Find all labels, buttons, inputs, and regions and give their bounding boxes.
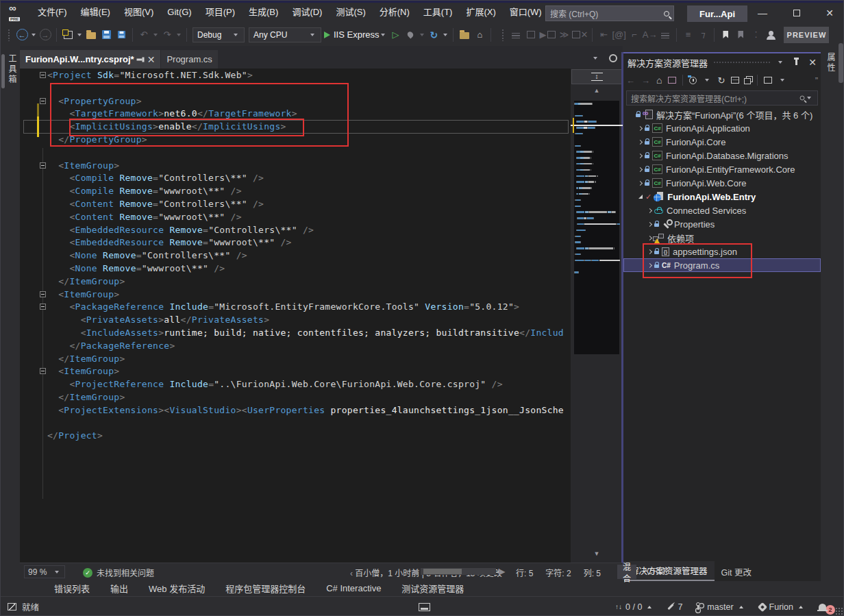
navigate-forward-button[interactable]: → bbox=[38, 27, 52, 43]
horizontal-scrollbar[interactable]: ◀ ▶ bbox=[412, 566, 508, 577]
expander-icon[interactable] bbox=[647, 208, 652, 212]
outline-collapse-icon[interactable] bbox=[40, 368, 46, 374]
code-line[interactable]: <Compile Remove="Controllers\**" /> bbox=[47, 172, 564, 185]
sync-with-active-document-icon[interactable] bbox=[764, 77, 772, 84]
indent-lines-icon[interactable]: ≡ bbox=[681, 27, 695, 43]
se-bottom-tab-1[interactable]: Git 更改 bbox=[715, 563, 758, 581]
menu-item-1[interactable]: 编辑(E) bbox=[74, 3, 117, 23]
panel-tab-0[interactable]: 错误列表 bbox=[54, 582, 90, 595]
panel-tab-1[interactable]: 输出 bbox=[110, 582, 128, 595]
toolbox-vertical-tab[interactable]: 工具箱 bbox=[6, 54, 18, 85]
save-button[interactable] bbox=[99, 27, 113, 43]
open-file-button[interactable] bbox=[84, 27, 98, 43]
tab-furionapi-web-entry-csproj[interactable]: FurionApi.W...ntry.csproj* ✕ bbox=[20, 50, 160, 69]
scroll-left-icon[interactable]: ◀ bbox=[412, 567, 418, 576]
pending-changes-filter-icon[interactable] bbox=[689, 77, 697, 84]
code-line[interactable]: <Content Remove="Controllers\**" /> bbox=[47, 198, 564, 211]
code-line[interactable]: </PackageReference> bbox=[47, 340, 564, 353]
tree-row-9[interactable]: 依赖项 bbox=[623, 231, 821, 245]
solution-search-input[interactable]: 搜索解决方案资源管理器(Ctrl+;) bbox=[626, 90, 818, 106]
code-line[interactable]: <ItemGroup> bbox=[47, 365, 564, 378]
scroll-down-icon[interactable]: ▼ bbox=[571, 550, 623, 557]
notifications-button[interactable]: 2 bbox=[819, 600, 835, 615]
scrollbar-thumb[interactable] bbox=[423, 569, 462, 574]
line-ending-indicator[interactable]: CRLF bbox=[647, 567, 668, 576]
code-line[interactable]: <Compile Remove="wwwroot\**" /> bbox=[47, 185, 564, 198]
tree-row-8[interactable]: Properties bbox=[623, 217, 821, 231]
code-line[interactable]: </ItemGroup> bbox=[47, 391, 564, 404]
outline-collapse-icon[interactable] bbox=[40, 98, 46, 104]
expander-icon[interactable] bbox=[638, 125, 643, 130]
toolbar-grip-2[interactable] bbox=[501, 29, 504, 41]
redo-button[interactable]: ↷ bbox=[160, 27, 174, 43]
save-all-button[interactable] bbox=[114, 27, 128, 43]
solution-explorer-header[interactable]: 解决方案资源管理器 ✕ bbox=[623, 53, 821, 71]
pin-icon[interactable] bbox=[136, 58, 142, 60]
menu-item-10[interactable]: 扩展(X) bbox=[459, 3, 502, 23]
document-icon[interactable] bbox=[524, 27, 538, 43]
code-line[interactable]: <PrivateAssets>all</PrivateAssets> bbox=[47, 314, 564, 327]
document-list-dropdown-icon[interactable] bbox=[593, 57, 597, 60]
new-project-dropdown-icon[interactable] bbox=[77, 34, 82, 36]
tree-row-5[interactable]: C#FurionApi.Web.Core bbox=[623, 176, 821, 190]
code-line[interactable]: <ProjectExtensions><VisualStudio><UserPr… bbox=[47, 404, 564, 417]
git-branch-selector[interactable]: master bbox=[696, 602, 745, 612]
previous-bookmark-icon[interactable] bbox=[734, 27, 747, 43]
search-icon[interactable] bbox=[800, 96, 805, 101]
expander-icon[interactable] bbox=[647, 235, 652, 240]
window-position-dropdown-icon[interactable] bbox=[778, 61, 782, 64]
comment-lines-icon[interactable]: ⁊ bbox=[696, 27, 710, 43]
code-minimap[interactable] bbox=[574, 101, 619, 354]
properties-vertical-tab[interactable]: 属性 bbox=[825, 53, 836, 73]
tree-row-1[interactable]: C#FurionApi.Application bbox=[623, 121, 821, 135]
encoding-indicator[interactable]: 混合 bbox=[617, 565, 636, 579]
tree-row-4[interactable]: C#FurionApi.EntityFramework.Core bbox=[623, 162, 821, 176]
gear-icon[interactable] bbox=[609, 54, 617, 62]
menu-item-2[interactable]: 视图(V) bbox=[117, 3, 160, 23]
split-window-handle[interactable]: ↕ bbox=[571, 69, 622, 84]
bookmark-overflow-icon[interactable]: ⁚ bbox=[749, 27, 762, 43]
scroll-up-icon[interactable]: ▲ bbox=[571, 87, 623, 94]
close-tab-icon[interactable]: ✕ bbox=[147, 54, 156, 65]
unindent-icon[interactable]: ⇤ bbox=[597, 27, 610, 43]
panel-tab-4[interactable]: C# Interactive bbox=[326, 583, 381, 593]
tree-row-7[interactable]: Connected Services bbox=[623, 204, 821, 217]
close-panel-icon[interactable]: ✕ bbox=[808, 57, 817, 68]
menu-item-3[interactable]: Git(G) bbox=[160, 3, 198, 23]
tab-program-cs[interactable]: Program.cs bbox=[161, 50, 217, 69]
start-without-debugging-button[interactable]: ▷ bbox=[388, 27, 402, 43]
code-line[interactable]: <IncludeAssets>runtime; build; native; c… bbox=[47, 327, 564, 340]
code-line[interactable]: <Content Remove="wwwroot\**" /> bbox=[47, 211, 564, 224]
bookmark-icon[interactable] bbox=[719, 27, 732, 43]
tree-row-6[interactable]: ✓FurionApi.Web.Entry bbox=[623, 190, 821, 204]
scrollbar-track[interactable] bbox=[421, 568, 496, 575]
rename-icon[interactable]: A→ bbox=[643, 27, 658, 43]
document-health-indicator[interactable]: ✓ 未找到相关问题 bbox=[83, 567, 154, 578]
solution-configuration-dropdown[interactable]: Debug bbox=[193, 27, 245, 42]
solution-platform-dropdown[interactable]: Any CPU bbox=[249, 27, 321, 42]
se-forward-icon[interactable]: → bbox=[641, 75, 650, 86]
se-back-icon[interactable]: ← bbox=[626, 75, 635, 86]
resize-grip[interactable] bbox=[835, 607, 843, 615]
code-line[interactable]: <None Remove="wwwroot\**" /> bbox=[47, 262, 564, 275]
send-feedback-icon[interactable] bbox=[764, 27, 778, 43]
code-line[interactable]: <EmbeddedResource Remove="wwwroot\**" /> bbox=[47, 236, 564, 249]
panel-tab-5[interactable]: 测试资源管理器 bbox=[401, 582, 464, 595]
run-all-tests-icon[interactable]: ≫ bbox=[557, 27, 571, 43]
menu-item-5[interactable]: 生成(B) bbox=[242, 3, 285, 23]
menu-item-9[interactable]: 工具(T) bbox=[417, 3, 460, 23]
refresh-dropdown-icon[interactable] bbox=[443, 34, 447, 36]
code-line[interactable] bbox=[47, 147, 564, 160]
scrollbar-minimap-column[interactable]: ↕ ▲ ▼ bbox=[571, 69, 623, 563]
toolbar-overflow-icon[interactable]: ” bbox=[815, 75, 818, 86]
git-repository-selector[interactable]: Furion bbox=[759, 602, 805, 612]
navigate-back-button[interactable]: ← bbox=[15, 27, 29, 43]
code-line[interactable]: <PackageReference Include="Microsoft.Ent… bbox=[47, 301, 564, 314]
start-debugging-button[interactable]: IIS Express bbox=[324, 27, 387, 43]
switch-views-icon[interactable] bbox=[668, 77, 676, 84]
toolbar-grip[interactable] bbox=[8, 29, 10, 41]
expander-icon[interactable] bbox=[638, 139, 643, 144]
menu-item-11[interactable]: 窗口(W) bbox=[503, 3, 549, 23]
maximize-button[interactable] bbox=[782, 3, 812, 23]
expander-icon[interactable] bbox=[647, 221, 652, 226]
